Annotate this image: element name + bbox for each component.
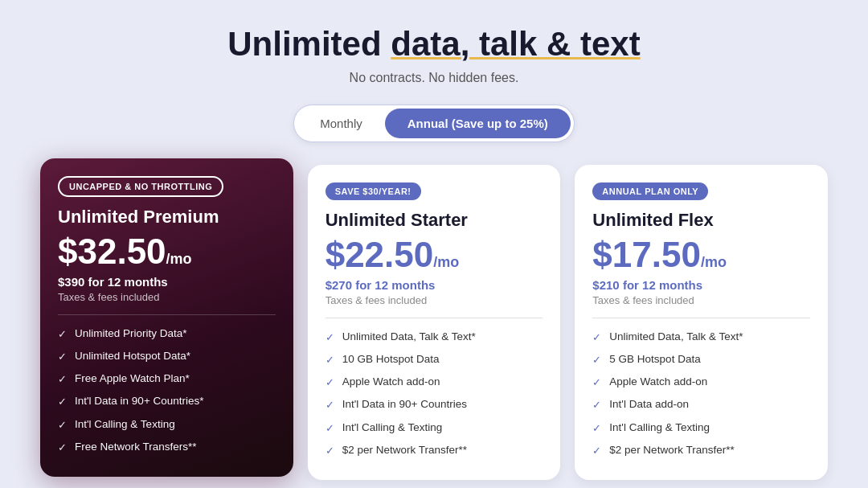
check-icon: ✓	[326, 398, 334, 412]
feature-item: ✓ Int'l Data in 90+ Countries*	[58, 394, 276, 409]
plan-taxes-starter: Taxes & fees included	[326, 294, 543, 306]
check-icon: ✓	[326, 353, 334, 367]
subtitle: No contracts. No hidden fees.	[227, 71, 640, 85]
feature-item: ✓ Unlimited Hotspot Data*	[58, 349, 276, 364]
plan-card-flex: ANNUAL PLAN ONLY Unlimited Flex $17.50/m…	[575, 165, 828, 480]
plans-container: UNCAPPED & NO THROTTLING Unlimited Premi…	[40, 165, 828, 480]
page-header: Unlimited data, talk & text No contracts…	[227, 24, 640, 85]
check-icon: ✓	[592, 444, 601, 458]
check-icon: ✓	[326, 421, 334, 436]
plan-badge-starter: SAVE $30/YEAR!	[326, 182, 421, 200]
feature-item: ✓ $2 per Network Transfer**	[326, 443, 543, 458]
check-icon: ✓	[58, 441, 67, 455]
plan-price-flex: $17.50/mo	[592, 236, 810, 274]
plan-price-starter: $22.50/mo	[326, 236, 543, 274]
check-icon: ✓	[592, 330, 601, 345]
plan-card-premium: UNCAPPED & NO THROTTLING Unlimited Premi…	[40, 158, 293, 477]
check-icon: ✓	[592, 375, 601, 390]
check-icon: ✓	[326, 330, 334, 345]
feature-item: ✓ Unlimited Data, Talk & Text*	[326, 330, 543, 345]
check-icon: ✓	[58, 372, 67, 387]
plan-annual-price-flex: $210 for 12 months	[592, 278, 810, 292]
plan-name-flex: Unlimited Flex	[592, 210, 810, 231]
check-icon: ✓	[58, 350, 67, 364]
billing-toggle: Monthly Annual (Save up to 25%)	[293, 105, 575, 142]
feature-item: ✓ Unlimited Priority Data*	[58, 326, 276, 342]
plan-divider-premium	[58, 314, 276, 315]
feature-item: ✓ 5 GB Hotspot Data	[592, 352, 810, 367]
plan-card-starter: SAVE $30/YEAR! Unlimited Starter $22.50/…	[308, 165, 561, 480]
feature-item: ✓ $2 per Network Transfer**	[592, 443, 810, 458]
plan-badge-flex: ANNUAL PLAN ONLY	[592, 182, 708, 200]
main-title: Unlimited data, talk & text	[227, 24, 640, 64]
plan-price-premium: $32.50/mo	[58, 232, 276, 271]
check-icon: ✓	[58, 418, 67, 433]
feature-item: ✓ Free Network Transfers**	[58, 440, 276, 455]
feature-item: ✓ Int'l Calling & Texting	[326, 420, 543, 436]
check-icon: ✓	[592, 353, 601, 367]
features-list-starter: ✓ Unlimited Data, Talk & Text* ✓ 10 GB H…	[326, 330, 543, 458]
check-icon: ✓	[58, 395, 67, 409]
feature-item: ✓ Int'l Data in 90+ Countries	[326, 397, 543, 412]
feature-item: ✓ Apple Watch add-on	[592, 375, 810, 390]
plan-taxes-premium: Taxes & fees included	[58, 291, 276, 303]
check-icon: ✓	[58, 327, 67, 342]
features-list-premium: ✓ Unlimited Priority Data* ✓ Unlimited H…	[58, 326, 276, 455]
plan-name-starter: Unlimited Starter	[326, 210, 543, 231]
feature-item: ✓ Int'l Calling & Texting	[58, 417, 276, 433]
features-list-flex: ✓ Unlimited Data, Talk & Text* ✓ 5 GB Ho…	[592, 330, 810, 458]
plan-annual-price-starter: $270 for 12 months	[326, 278, 543, 292]
plan-badge-premium: UNCAPPED & NO THROTTLING	[58, 176, 223, 197]
check-icon: ✓	[592, 398, 601, 412]
feature-item: ✓ Apple Watch add-on	[326, 375, 543, 390]
check-icon: ✓	[326, 375, 334, 390]
check-icon: ✓	[326, 444, 334, 458]
feature-item: ✓ Unlimited Data, Talk & Text*	[592, 330, 810, 345]
annual-toggle-btn[interactable]: Annual (Save up to 25%)	[385, 109, 571, 138]
feature-item: ✓ Int'l Calling & Texting	[592, 420, 810, 436]
plan-name-premium: Unlimited Premium	[58, 207, 276, 228]
plan-annual-price-premium: $390 for 12 months	[58, 275, 276, 289]
plan-taxes-flex: Taxes & fees included	[592, 294, 810, 306]
plan-divider-starter	[326, 318, 543, 318]
feature-item: ✓ Free Apple Watch Plan*	[58, 371, 276, 387]
feature-item: ✓ Int'l Data add-on	[592, 397, 810, 412]
monthly-toggle-btn[interactable]: Monthly	[297, 109, 385, 138]
plan-divider-flex	[592, 318, 810, 318]
feature-item: ✓ 10 GB Hotspot Data	[326, 352, 543, 367]
check-icon: ✓	[592, 421, 601, 436]
